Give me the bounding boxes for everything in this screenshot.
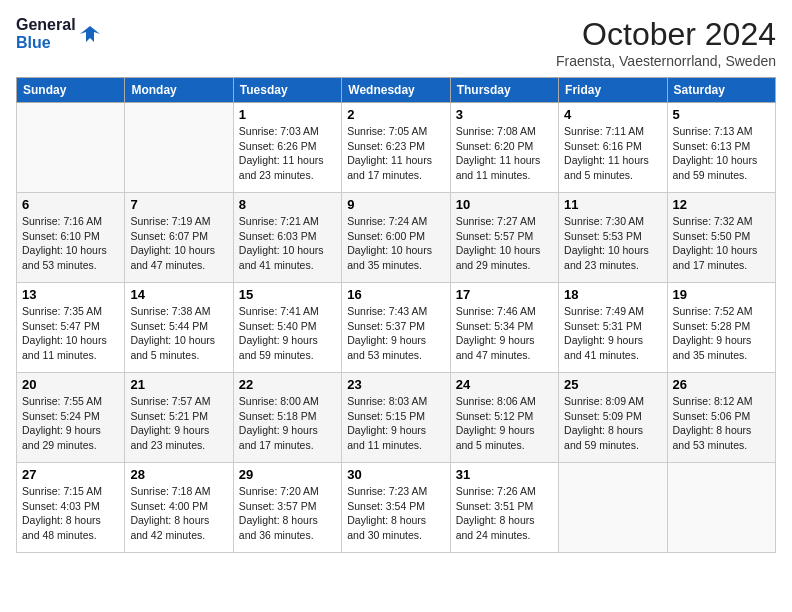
cell-info: Sunrise: 8:06 AM Sunset: 5:12 PM Dayligh… xyxy=(456,394,553,453)
day-number: 17 xyxy=(456,287,553,302)
cell-info: Sunrise: 7:26 AM Sunset: 3:51 PM Dayligh… xyxy=(456,484,553,543)
logo-general: General xyxy=(16,16,76,33)
svg-marker-0 xyxy=(80,26,100,42)
cell-info: Sunrise: 7:19 AM Sunset: 6:07 PM Dayligh… xyxy=(130,214,227,273)
calendar-cell: 28Sunrise: 7:18 AM Sunset: 4:00 PM Dayli… xyxy=(125,463,233,553)
day-number: 9 xyxy=(347,197,444,212)
logo: General Blue xyxy=(16,16,100,51)
title-block: October 2024 Fraensta, Vaesternorrland, … xyxy=(556,16,776,69)
calendar-cell: 30Sunrise: 7:23 AM Sunset: 3:54 PM Dayli… xyxy=(342,463,450,553)
cell-info: Sunrise: 7:49 AM Sunset: 5:31 PM Dayligh… xyxy=(564,304,661,363)
header-tuesday: Tuesday xyxy=(233,78,341,103)
calendar-cell xyxy=(667,463,775,553)
calendar-week-row: 20Sunrise: 7:55 AM Sunset: 5:24 PM Dayli… xyxy=(17,373,776,463)
cell-info: Sunrise: 7:35 AM Sunset: 5:47 PM Dayligh… xyxy=(22,304,119,363)
header-saturday: Saturday xyxy=(667,78,775,103)
cell-info: Sunrise: 7:24 AM Sunset: 6:00 PM Dayligh… xyxy=(347,214,444,273)
calendar-cell: 19Sunrise: 7:52 AM Sunset: 5:28 PM Dayli… xyxy=(667,283,775,373)
day-number: 13 xyxy=(22,287,119,302)
header-wednesday: Wednesday xyxy=(342,78,450,103)
calendar-cell: 2Sunrise: 7:05 AM Sunset: 6:23 PM Daylig… xyxy=(342,103,450,193)
day-number: 3 xyxy=(456,107,553,122)
cell-info: Sunrise: 8:12 AM Sunset: 5:06 PM Dayligh… xyxy=(673,394,770,453)
header-sunday: Sunday xyxy=(17,78,125,103)
cell-info: Sunrise: 7:15 AM Sunset: 4:03 PM Dayligh… xyxy=(22,484,119,543)
calendar-cell: 7Sunrise: 7:19 AM Sunset: 6:07 PM Daylig… xyxy=(125,193,233,283)
header-thursday: Thursday xyxy=(450,78,558,103)
calendar-cell: 10Sunrise: 7:27 AM Sunset: 5:57 PM Dayli… xyxy=(450,193,558,283)
day-number: 8 xyxy=(239,197,336,212)
calendar-cell: 26Sunrise: 8:12 AM Sunset: 5:06 PM Dayli… xyxy=(667,373,775,463)
day-number: 7 xyxy=(130,197,227,212)
cell-info: Sunrise: 7:30 AM Sunset: 5:53 PM Dayligh… xyxy=(564,214,661,273)
calendar-cell: 18Sunrise: 7:49 AM Sunset: 5:31 PM Dayli… xyxy=(559,283,667,373)
calendar-cell: 23Sunrise: 8:03 AM Sunset: 5:15 PM Dayli… xyxy=(342,373,450,463)
calendar-cell: 14Sunrise: 7:38 AM Sunset: 5:44 PM Dayli… xyxy=(125,283,233,373)
calendar-cell: 3Sunrise: 7:08 AM Sunset: 6:20 PM Daylig… xyxy=(450,103,558,193)
calendar-cell: 12Sunrise: 7:32 AM Sunset: 5:50 PM Dayli… xyxy=(667,193,775,283)
day-number: 19 xyxy=(673,287,770,302)
logo-blue: Blue xyxy=(16,34,51,51)
day-number: 2 xyxy=(347,107,444,122)
calendar-cell xyxy=(559,463,667,553)
day-number: 14 xyxy=(130,287,227,302)
cell-info: Sunrise: 7:21 AM Sunset: 6:03 PM Dayligh… xyxy=(239,214,336,273)
calendar-week-row: 1Sunrise: 7:03 AM Sunset: 6:26 PM Daylig… xyxy=(17,103,776,193)
page-header: General Blue October 2024 Fraensta, Vaes… xyxy=(16,16,776,69)
calendar-cell: 29Sunrise: 7:20 AM Sunset: 3:57 PM Dayli… xyxy=(233,463,341,553)
day-number: 1 xyxy=(239,107,336,122)
calendar-cell xyxy=(125,103,233,193)
day-number: 23 xyxy=(347,377,444,392)
calendar-week-row: 13Sunrise: 7:35 AM Sunset: 5:47 PM Dayli… xyxy=(17,283,776,373)
day-number: 4 xyxy=(564,107,661,122)
day-number: 16 xyxy=(347,287,444,302)
month-title: October 2024 xyxy=(556,16,776,53)
header-friday: Friday xyxy=(559,78,667,103)
day-number: 31 xyxy=(456,467,553,482)
calendar-cell: 13Sunrise: 7:35 AM Sunset: 5:47 PM Dayli… xyxy=(17,283,125,373)
cell-info: Sunrise: 7:03 AM Sunset: 6:26 PM Dayligh… xyxy=(239,124,336,183)
cell-info: Sunrise: 7:08 AM Sunset: 6:20 PM Dayligh… xyxy=(456,124,553,183)
cell-info: Sunrise: 8:09 AM Sunset: 5:09 PM Dayligh… xyxy=(564,394,661,453)
cell-info: Sunrise: 7:38 AM Sunset: 5:44 PM Dayligh… xyxy=(130,304,227,363)
calendar-cell: 25Sunrise: 8:09 AM Sunset: 5:09 PM Dayli… xyxy=(559,373,667,463)
calendar-cell: 20Sunrise: 7:55 AM Sunset: 5:24 PM Dayli… xyxy=(17,373,125,463)
day-number: 18 xyxy=(564,287,661,302)
logo-text: General Blue xyxy=(16,16,76,51)
day-number: 22 xyxy=(239,377,336,392)
day-number: 25 xyxy=(564,377,661,392)
day-number: 30 xyxy=(347,467,444,482)
cell-info: Sunrise: 8:03 AM Sunset: 5:15 PM Dayligh… xyxy=(347,394,444,453)
cell-info: Sunrise: 7:05 AM Sunset: 6:23 PM Dayligh… xyxy=(347,124,444,183)
cell-info: Sunrise: 7:43 AM Sunset: 5:37 PM Dayligh… xyxy=(347,304,444,363)
day-number: 6 xyxy=(22,197,119,212)
day-number: 24 xyxy=(456,377,553,392)
calendar-table: SundayMondayTuesdayWednesdayThursdayFrid… xyxy=(16,77,776,553)
cell-info: Sunrise: 7:46 AM Sunset: 5:34 PM Dayligh… xyxy=(456,304,553,363)
day-number: 28 xyxy=(130,467,227,482)
cell-info: Sunrise: 7:11 AM Sunset: 6:16 PM Dayligh… xyxy=(564,124,661,183)
location: Fraensta, Vaesternorrland, Sweden xyxy=(556,53,776,69)
header-monday: Monday xyxy=(125,78,233,103)
cell-info: Sunrise: 7:32 AM Sunset: 5:50 PM Dayligh… xyxy=(673,214,770,273)
cell-info: Sunrise: 7:13 AM Sunset: 6:13 PM Dayligh… xyxy=(673,124,770,183)
cell-info: Sunrise: 7:27 AM Sunset: 5:57 PM Dayligh… xyxy=(456,214,553,273)
calendar-cell: 1Sunrise: 7:03 AM Sunset: 6:26 PM Daylig… xyxy=(233,103,341,193)
day-number: 27 xyxy=(22,467,119,482)
calendar-cell: 4Sunrise: 7:11 AM Sunset: 6:16 PM Daylig… xyxy=(559,103,667,193)
calendar-cell: 16Sunrise: 7:43 AM Sunset: 5:37 PM Dayli… xyxy=(342,283,450,373)
calendar-week-row: 27Sunrise: 7:15 AM Sunset: 4:03 PM Dayli… xyxy=(17,463,776,553)
logo-bird-icon xyxy=(80,24,100,44)
day-number: 10 xyxy=(456,197,553,212)
cell-info: Sunrise: 7:52 AM Sunset: 5:28 PM Dayligh… xyxy=(673,304,770,363)
day-number: 29 xyxy=(239,467,336,482)
cell-info: Sunrise: 7:20 AM Sunset: 3:57 PM Dayligh… xyxy=(239,484,336,543)
calendar-cell: 9Sunrise: 7:24 AM Sunset: 6:00 PM Daylig… xyxy=(342,193,450,283)
calendar-cell: 11Sunrise: 7:30 AM Sunset: 5:53 PM Dayli… xyxy=(559,193,667,283)
cell-info: Sunrise: 7:16 AM Sunset: 6:10 PM Dayligh… xyxy=(22,214,119,273)
cell-info: Sunrise: 7:18 AM Sunset: 4:00 PM Dayligh… xyxy=(130,484,227,543)
cell-info: Sunrise: 7:41 AM Sunset: 5:40 PM Dayligh… xyxy=(239,304,336,363)
day-number: 11 xyxy=(564,197,661,212)
calendar-cell: 17Sunrise: 7:46 AM Sunset: 5:34 PM Dayli… xyxy=(450,283,558,373)
day-number: 5 xyxy=(673,107,770,122)
